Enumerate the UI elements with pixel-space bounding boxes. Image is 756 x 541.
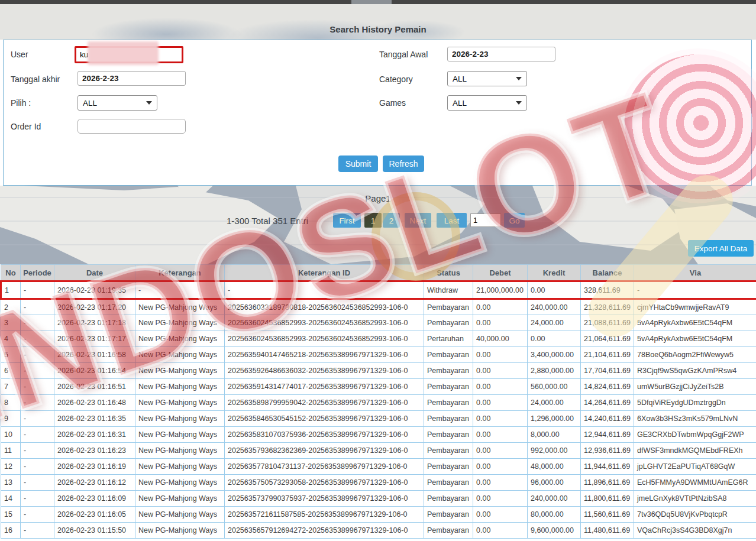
order-id-input[interactable] xyxy=(77,119,186,134)
games-select-value: ALL xyxy=(453,99,467,108)
cell-via: 5DfqiViREydgUDmztrggDn xyxy=(634,395,756,411)
column-header-keterangan: Keterangan xyxy=(135,265,225,281)
tanggal-awal-input[interactable] xyxy=(447,47,555,61)
cell-status: Pembayaran xyxy=(424,411,473,427)
pagination-go-button[interactable]: Go xyxy=(504,213,525,228)
cell-no: 3 xyxy=(1,315,21,331)
cell-status: Pembayaran xyxy=(424,299,473,315)
cell-keterangan: New PG-Mahjong Ways xyxy=(135,459,225,475)
cell-periode: - xyxy=(21,523,54,539)
cell-status: Pembayaran xyxy=(424,315,473,331)
pagination-last-button[interactable]: Last xyxy=(437,213,467,228)
export-all-data-button[interactable]: Export All Data xyxy=(688,240,754,257)
cell-via: EcH5FMMyA9DWMMtUAmEG6R xyxy=(634,475,756,491)
pagination-next-button[interactable]: Next xyxy=(405,213,431,228)
cell-status: Pembayaran xyxy=(424,347,473,363)
submit-button[interactable]: Submit xyxy=(338,156,378,172)
cell-keterangan_id[interactable]: 2025635926486636032-2025635389967971329-… xyxy=(225,363,424,379)
cell-periode: - xyxy=(21,395,54,411)
cell-keterangan_id[interactable]: 2025635914314774017-2025635389967971329-… xyxy=(225,379,424,395)
cell-keterangan_id[interactable]: 2025635831070375936-2025635389967971329-… xyxy=(225,427,424,443)
cell-keterangan_id[interactable]: 2025635778104731137-2025635389967971329-… xyxy=(225,459,424,475)
cell-keterangan_id[interactable]: 2025635737990375937-2025635389967971329-… xyxy=(225,491,424,507)
cell-kredit: 0.00 xyxy=(528,331,581,347)
column-header-via: Via xyxy=(634,265,756,281)
table-body: 1-2026-02-23 01:19:35--Withdraw21,000,00… xyxy=(1,281,756,539)
cell-debet: 0.00 xyxy=(473,347,528,363)
cell-status: Pertaruhan xyxy=(424,331,473,347)
cell-debet: 0.00 xyxy=(473,411,528,427)
cell-via: 6Xow3b3HSz3mKs579mLNvN xyxy=(634,411,756,427)
cell-no: 8 xyxy=(1,395,21,411)
cell-kredit: 80,000.00 xyxy=(528,507,581,523)
cell-balance: 12,936,611.69 xyxy=(581,443,634,459)
cell-periode: - xyxy=(21,379,54,395)
pagination-goto-input[interactable] xyxy=(470,213,501,227)
cell-periode: - xyxy=(21,281,54,299)
cell-no: 5 xyxy=(1,347,21,363)
table-row: 2-2026-02-23 01:17:20New PG-Mahjong Ways… xyxy=(1,299,756,315)
cell-debet: 0.00 xyxy=(473,379,528,395)
cell-via: 78BoeQ6bAogm2FfiWewyw5 xyxy=(634,347,756,363)
column-header-balance: Balance xyxy=(581,265,634,281)
column-header-periode: Periode xyxy=(21,265,54,281)
chevron-down-icon xyxy=(146,101,152,105)
user-input[interactable] xyxy=(75,46,183,63)
table-row: 7-2026-02-23 01:16:51New PG-Mahjong Ways… xyxy=(1,379,756,395)
tanggal-akhir-input[interactable] xyxy=(77,71,186,86)
pilih-select[interactable]: ALL xyxy=(77,95,157,111)
user-label: User xyxy=(11,50,28,59)
cell-kredit: 9,600,000.00 xyxy=(528,523,581,539)
pagination-page-1-button[interactable]: 1 xyxy=(364,213,382,228)
cell-periode: - xyxy=(21,507,54,523)
cell-kredit: 1,296,000.00 xyxy=(528,411,581,427)
table-row: 12-2026-02-23 01:16:19New PG-Mahjong Way… xyxy=(1,459,756,475)
cell-status: Pembayaran xyxy=(424,507,473,523)
cell-kredit: 48,000.00 xyxy=(528,459,581,475)
cell-no: 7 xyxy=(1,379,21,395)
category-select[interactable]: ALL xyxy=(447,71,527,86)
pagination-first-button[interactable]: First xyxy=(333,213,361,228)
cell-via: dfWSF3mndkMGQMEbdFREXh xyxy=(634,443,756,459)
column-header-status: Status xyxy=(424,265,473,281)
cell-periode: - xyxy=(21,315,54,331)
cell-keterangan: New PG-Mahjong Ways xyxy=(135,315,225,331)
pilih-label: Pilih : xyxy=(11,98,31,108)
cell-no: 14 xyxy=(1,491,21,507)
cell-debet: 0.00 xyxy=(473,427,528,443)
cell-keterangan_id[interactable]: 2025635657912694272-2025635389967971329-… xyxy=(225,523,424,539)
cell-keterangan: New PG-Mahjong Ways xyxy=(135,331,225,347)
cell-balance: 21,064,611.69 xyxy=(581,331,634,347)
cell-balance: 11,480,611.69 xyxy=(581,523,634,539)
cell-keterangan: New PG-Mahjong Ways xyxy=(135,443,225,459)
screen: Search History Pemain User Tanggal akhir… xyxy=(0,0,756,541)
cell-no: 13 xyxy=(1,475,21,491)
table-row: 8-2026-02-23 01:16:48New PG-Mahjong Ways… xyxy=(1,395,756,411)
cell-keterangan_id[interactable]: 2025635898799959042-2025635389967971329-… xyxy=(225,395,424,411)
cell-via: 5vA4pRykAxbw6E5tC54qFM xyxy=(634,315,756,331)
cell-keterangan_id[interactable]: 2025635721611587585-2025635389967971329-… xyxy=(225,507,424,523)
cell-keterangan_id[interactable]: 2025635940147465218-2025635389967971329-… xyxy=(225,347,424,363)
cell-keterangan_id[interactable]: 2025635750573293058-2025635389967971329-… xyxy=(225,475,424,491)
order-id-label: Order Id xyxy=(11,122,41,131)
cell-periode: - xyxy=(21,411,54,427)
table-row: 15-2026-02-23 01:16:05New PG-Mahjong Way… xyxy=(1,507,756,523)
category-label: Category xyxy=(379,74,413,84)
cell-keterangan_id[interactable]: 2025635793682362369-2025635389967971329-… xyxy=(225,443,424,459)
refresh-button[interactable]: Refresh xyxy=(383,156,424,172)
cell-date: 2026-02-23 01:15:50 xyxy=(54,523,135,539)
cell-keterangan_id[interactable]: 2025636024536852993-2025636024536852993-… xyxy=(225,331,424,347)
pilih-select-value: ALL xyxy=(83,99,97,108)
cell-keterangan_id[interactable]: 2025636024536852993-2025636024536852993-… xyxy=(225,315,424,331)
cell-keterangan_id[interactable]: 2025635846530545152-2025635389967971329-… xyxy=(225,411,424,427)
cell-periode: - xyxy=(21,459,54,475)
pagination-page-2-button[interactable]: 2 xyxy=(383,213,400,228)
cell-periode: - xyxy=(21,347,54,363)
cell-keterangan_id[interactable]: 2025636033189730818-2025636024536852993-… xyxy=(225,299,424,315)
games-select[interactable]: ALL xyxy=(447,95,527,111)
cell-keterangan: New PG-Mahjong Ways xyxy=(135,395,225,411)
table-row: 5-2026-02-23 01:16:58New PG-Mahjong Ways… xyxy=(1,347,756,363)
cell-balance: 11,944,611.69 xyxy=(581,459,634,475)
cell-debet: 0.00 xyxy=(473,523,528,539)
column-header-debet: Debet xyxy=(473,265,528,281)
